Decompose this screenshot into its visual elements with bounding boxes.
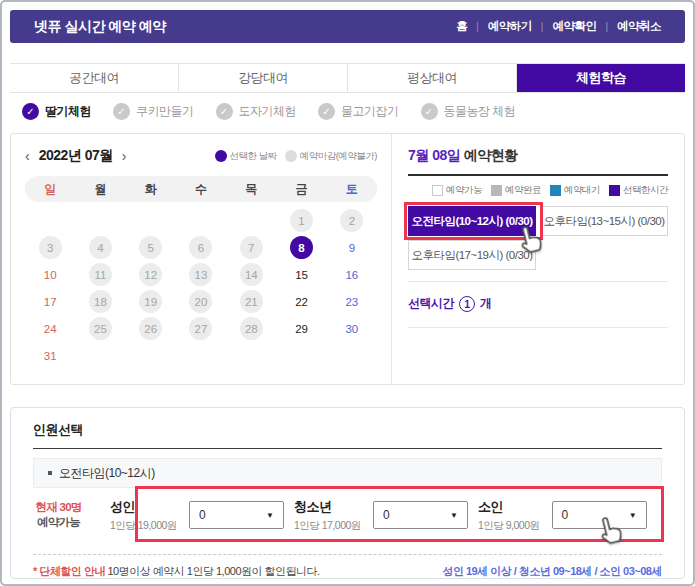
calendar-day-number: 28: [240, 317, 263, 340]
nav-home[interactable]: 홈: [456, 19, 467, 34]
option-label: 동물농장 체험: [444, 103, 516, 120]
calendar-day-number: 13: [189, 263, 212, 286]
adult-count-select[interactable]: 0 ▼: [189, 501, 284, 529]
selected-slot-label: 오전타임(10~12시): [59, 465, 155, 482]
legend-label: 선택한 날짜: [230, 150, 277, 163]
calendar-nav: ‹ 2022년 07월 ›: [25, 147, 126, 165]
calendar-day: 13: [176, 261, 226, 288]
group-name: 소인: [478, 498, 540, 516]
option-farm[interactable]: ✓ 동물농장 체험: [421, 103, 516, 120]
selected-date-dot-icon: [215, 150, 227, 162]
nav-confirm[interactable]: 예약확인: [552, 19, 596, 34]
calendar-day: [176, 207, 226, 234]
calendar-day-number: 11: [89, 263, 112, 286]
calendar-day-number: 22: [290, 290, 313, 313]
calendar-day[interactable]: 16: [327, 261, 377, 288]
weekday-label: 수: [176, 181, 226, 198]
next-month-button[interactable]: ›: [122, 149, 127, 163]
calendar-day-number: 3: [39, 236, 62, 259]
calendar-day[interactable]: 9: [327, 234, 377, 261]
teen-count-select[interactable]: 0 ▼: [373, 501, 468, 529]
time-slot-afternoon-1[interactable]: 오후타임(13~15시) (0/30): [540, 206, 668, 236]
calendar-day: 5: [126, 234, 176, 261]
check-icon: ✓: [216, 103, 233, 120]
calendar-day: 20: [176, 288, 226, 315]
legend-label: 예약가능: [446, 184, 482, 197]
discount-note: * 단체할인 안내 10명이상 예약시 1인당 1,000원이 할인됩니다.: [33, 564, 320, 579]
option-fishing[interactable]: ✓ 물고기잡기: [318, 103, 399, 120]
person-selection-row: 현재 30명 예약가능 성인 1인당 19,000원 0 ▼ 청소년: [33, 488, 662, 542]
calendar-day-selected[interactable]: 8: [276, 234, 326, 261]
group-price: 1인당 19,000원: [110, 519, 177, 533]
select-value: 0: [383, 508, 390, 522]
selected-time-unit: 개: [480, 295, 492, 312]
option-strawberry[interactable]: ✓ 딸기체험: [22, 103, 91, 120]
calendar-day-number: 10: [39, 263, 62, 286]
tab-bench-rental[interactable]: 평상대여: [348, 64, 517, 92]
weekday-label: 일: [25, 181, 75, 198]
calendar-day[interactable]: 15: [276, 261, 326, 288]
person-section-title: 인원선택: [33, 421, 662, 439]
calendar-day[interactable]: 17: [25, 288, 75, 315]
adult-label: 성인 1인당 19,000원: [110, 498, 177, 533]
calendar-day[interactable]: 29: [276, 315, 326, 342]
calendar-day-number: 8: [290, 236, 313, 259]
calendar-day[interactable]: 22: [276, 288, 326, 315]
nav-cancel[interactable]: 예약취소: [617, 19, 661, 34]
option-label: 물고기잡기: [341, 103, 399, 120]
calendar-day: 6: [176, 234, 226, 261]
calendar-day-number: 2: [340, 209, 363, 232]
divider: [33, 448, 662, 449]
legend-selected-date: 선택한 날짜: [215, 150, 277, 163]
calendar-day-number: 16: [340, 263, 363, 286]
legend-full: 예약완료: [491, 184, 541, 197]
option-pottery[interactable]: ✓ 도자기체험: [216, 103, 297, 120]
person-groups: 성인 1인당 19,000원 0 ▼ 청소년 1인당 17,000원 0: [84, 498, 662, 533]
chevron-down-icon: ▼: [266, 511, 274, 520]
calendar-day[interactable]: 24: [25, 315, 75, 342]
calendar-day-number: 19: [139, 290, 162, 313]
calendar-day: 2: [327, 207, 377, 234]
calendar-day-number: 27: [189, 317, 212, 340]
calendar-day: [226, 207, 276, 234]
weekday-label: 화: [126, 181, 176, 198]
nav-separator: |: [476, 21, 479, 32]
calendar-day: 14: [226, 261, 276, 288]
discount-note-text: 10명이상 예약시 1인당 1,000원이 할인됩니다.: [105, 565, 320, 577]
status-panel: 7월 08일 예약현황 예약가능 예약완료 예약대기 선택한시간 오전타임(10…: [392, 134, 684, 384]
calendar-day: 18: [75, 288, 125, 315]
group-price: 1인당 9,000원: [478, 519, 540, 533]
calendar-day-number: 4: [89, 236, 112, 259]
selected-slot-box: 오전타임(10~12시): [33, 458, 662, 488]
calendar-day[interactable]: 30: [327, 315, 377, 342]
full-square-icon: [491, 185, 502, 196]
calendar-day[interactable]: 23: [327, 288, 377, 315]
group-name: 성인: [110, 498, 177, 516]
calendar-day: [327, 342, 377, 369]
child-label: 소인 1인당 9,000원: [478, 498, 540, 533]
legend-label: 예약완료: [505, 184, 541, 197]
calendar-day: 1: [276, 207, 326, 234]
tab-hall-rental[interactable]: 강당대여: [179, 64, 348, 92]
weekday-label: 목: [226, 181, 276, 198]
legend-closed-date: 예약마감(예약불가): [285, 150, 377, 163]
tab-space-rental[interactable]: 공간대여: [10, 64, 179, 92]
tab-experience[interactable]: 체험학습: [517, 64, 685, 92]
waiting-square-icon: [550, 185, 561, 196]
booking-main: ‹ 2022년 07월 › 선택한 날짜 예약마감(예약불가) 일 월 화 수 …: [10, 133, 685, 385]
calendar-day[interactable]: 31: [25, 342, 75, 369]
status-title: 7월 08일 예약현황: [408, 143, 668, 176]
chevron-down-icon: ▼: [629, 511, 637, 520]
calendar-day[interactable]: 10: [25, 261, 75, 288]
selected-time-label: 선택시간: [408, 295, 454, 312]
nav-reserve[interactable]: 예약하기: [488, 19, 532, 34]
person-selection-section: 인원선택 오전타임(10~12시) 현재 30명 예약가능 성인 1인당 19,…: [10, 407, 685, 579]
legend-label: 예약대기: [564, 184, 600, 197]
reservation-page: 넷퓨 실시간 예약 예약 홈 | 예약하기 | 예약확인 | 예약취소 공간대여…: [0, 0, 695, 586]
option-cookie[interactable]: ✓ 쿠키만들기: [113, 103, 194, 120]
calendar-day: [226, 342, 276, 369]
prev-month-button[interactable]: ‹: [25, 149, 30, 163]
availability-label: 현재 30명 예약가능: [33, 500, 84, 530]
calendar-day-number: 12: [139, 263, 162, 286]
calendar-day-number: 20: [189, 290, 212, 313]
